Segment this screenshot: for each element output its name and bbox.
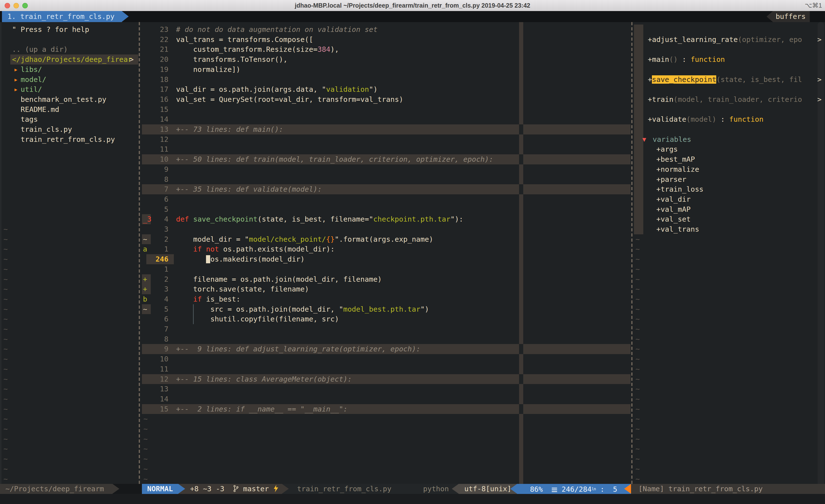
nerdtree-file-train-retr-from-cls-py[interactable]: train_retr_from_cls.py	[0, 135, 138, 145]
tagbar-item-train[interactable]: +train(model, train_loader, criterio>	[634, 94, 825, 104]
tagbar-item-adjust-learning-rate[interactable]: +adjust_learning_rate(optimizer, epo>	[634, 34, 825, 45]
nerdtree-dir-model[interactable]: ▸model/	[0, 75, 138, 85]
line-number: 9	[151, 344, 168, 354]
editor-row[interactable]: + 2 filename = os.path.join(model_dir, f…	[142, 274, 630, 284]
editor-row[interactable]: 22val_trans = transforms.Compose([	[142, 34, 630, 45]
fold-row[interactable]: 15+-- 2 lines: if __name__ == "__main__"…	[142, 404, 630, 414]
editor-row[interactable]: 8	[142, 334, 630, 344]
editor-row[interactable]: 246 os.makedirs(model_dir)	[142, 254, 630, 264]
nerdtree-updir-up-a-dir[interactable]: .. (up a dir)	[0, 45, 138, 55]
editor-panel[interactable]: 23# do not do data augmentation on valid…	[142, 22, 630, 484]
editor-row[interactable]: 16val_set = QuerySet(root=val_dir, trans…	[142, 94, 630, 104]
window-separator[interactable]	[631, 22, 632, 484]
tagbar-item-val-set[interactable]: +val_set	[634, 214, 825, 224]
fold-row[interactable]: 13+-- 73 lines: def main():	[142, 124, 630, 135]
tagbar-item-args[interactable]: +args	[634, 144, 825, 154]
editor-row[interactable]: 17val_dir = os.path.join(args.data, "val…	[142, 84, 630, 94]
editor-row[interactable]: 21 custom_transform.Resize(size=384),	[142, 45, 630, 55]
empty-line-tilde: ~	[635, 314, 825, 324]
gutter-sign: ~	[143, 234, 147, 244]
tabline: 1. train_retr_from_cls.py buffers	[0, 11, 825, 22]
empty-line-tilde: ~	[3, 324, 138, 334]
line-number: 5	[151, 304, 168, 314]
tagbar-item-val-dir[interactable]: +val_dir	[634, 194, 825, 204]
editor-row[interactable]: 11	[142, 144, 630, 154]
nerdtree-file-benchmark-on-test-py[interactable]: benchmark_on_test.py	[0, 94, 138, 104]
tagbar-item-main[interactable]: +main() : function	[634, 55, 825, 65]
tagbar-item-best-map[interactable]: +best_mAP	[634, 154, 825, 164]
editor-row[interactable]: 6 shutil.copyfile(filename, src)	[142, 314, 630, 324]
code-text: # do not do data augmentation on validat…	[176, 24, 378, 34]
tagbar-item-val-map[interactable]: +val_mAP	[634, 204, 825, 215]
editor-row[interactable]: 15	[142, 104, 630, 114]
line-number: 11	[151, 144, 168, 154]
tagbar-item-parser[interactable]: +parser	[634, 174, 825, 184]
nerdtree-file-readme-md[interactable]: README.md	[0, 104, 138, 114]
fold-row[interactable]: 10+-- 50 lines: def train(model, train_l…	[142, 154, 630, 164]
line-number: 15	[151, 404, 168, 414]
empty-line-tilde: ~	[635, 234, 825, 244]
editor-row[interactable]: a 1 if not os.path.exists(model_dir):	[142, 244, 630, 254]
scrollbar-track	[818, 22, 824, 504]
code-text: val_set = QuerySet(root=val_dir, transfo…	[176, 94, 403, 104]
editor-row[interactable]: 14	[142, 114, 630, 124]
editor-row[interactable]: 5	[142, 204, 630, 215]
line-number: 9	[151, 164, 168, 174]
editor-row[interactable]: 8	[142, 174, 630, 184]
editor-row[interactable]: 18	[142, 75, 630, 85]
editor-row[interactable]: _3 4def save_checkpoint(state, is_best, …	[142, 214, 630, 224]
editor-row[interactable]: ~ 2 model_dir = "model/check_point/{}".f…	[142, 234, 630, 244]
nerdtree-file-train-cls-py[interactable]: train_cls.py	[0, 124, 138, 135]
editor-row[interactable]: 23# do not do data augmentation on valid…	[142, 24, 630, 34]
empty-line-tilde: ~	[143, 464, 630, 474]
empty-line-tilde: ~	[3, 284, 138, 294]
editor-row[interactable]: ~ 5 src = os.path.join(model_dir, "model…	[142, 304, 630, 314]
empty-line-tilde: ~	[3, 234, 138, 244]
tagbar-section-variables[interactable]: ▼variables	[634, 135, 825, 145]
tagbar-item-validate[interactable]: +validate(model) : function	[634, 114, 825, 124]
nerdtree-status-segment: ~/Projects/deep_firearm	[0, 484, 112, 494]
code-text: shutil.copyfile(filename, src)	[176, 314, 339, 324]
editor-row[interactable]: + 3 torch.save(state, filename)	[142, 284, 630, 294]
line-number: 23	[151, 24, 168, 34]
gutter-sign: a	[143, 244, 147, 254]
tab-train-retr-from-cls[interactable]: 1. train_retr_from_cls.py	[2, 11, 122, 22]
empty-line-tilde: ~	[3, 334, 138, 344]
tagbar-item-save-checkpoint[interactable]: +save_checkpoint(state, is_best, fil>	[634, 75, 825, 85]
buffers-label[interactable]: buffers	[766, 11, 810, 22]
code-text: if not os.path.exists(model_dir):	[176, 244, 335, 254]
empty-line-tilde: ~	[3, 314, 138, 324]
editor-row[interactable]: 14	[142, 394, 630, 404]
collapsed-dir-icon: ▸	[14, 84, 18, 94]
powerline-arrow	[282, 484, 289, 494]
tagbar-item-val-trans[interactable]: +val_trans	[634, 224, 825, 234]
editor-row[interactable]: 7	[142, 324, 630, 334]
command-line[interactable]	[0, 494, 825, 504]
editor-row[interactable]: 10	[142, 354, 630, 364]
empty-line-tilde: ~	[3, 344, 138, 354]
editor-row[interactable]: b 4 if is_best:	[142, 294, 630, 304]
editor-row[interactable]: 9	[142, 164, 630, 174]
editor-row[interactable]: 3	[142, 224, 630, 234]
nerdtree-dir-libs[interactable]: ▸libs/	[0, 65, 138, 75]
editor-row[interactable]: 13	[142, 384, 630, 394]
tagbar-item-normalize[interactable]: +normalize	[634, 164, 825, 174]
nerdtree-dir-util[interactable]: ▸util/	[0, 84, 138, 94]
editor-row[interactable]: 1	[142, 264, 630, 274]
empty-line-tilde: ~	[635, 444, 825, 454]
window-separator[interactable]	[139, 22, 140, 484]
fold-row[interactable]: 9+-- 9 lines: def adjust_learning_rate(o…	[142, 344, 630, 354]
editor-row[interactable]: 6	[142, 194, 630, 204]
nerdtree-root-jdhao-projects-deep-firear[interactable]: </jdhao/Projects/deep_firear>	[0, 55, 138, 65]
editor-row[interactable]: 11	[142, 364, 630, 374]
gutter-sign: _3	[143, 214, 151, 224]
tagbar-item-train-loss[interactable]: +train_loss	[634, 184, 825, 194]
editor-row[interactable]: 20 transforms.ToTensor(),	[142, 55, 630, 65]
editor-row[interactable]: 19 normalize])	[142, 65, 630, 75]
empty-line-tilde: ~	[3, 384, 138, 394]
fold-row[interactable]: 7+-- 35 lines: def validate(model):	[142, 184, 630, 194]
fold-row[interactable]: 12+-- 15 lines: class AverageMeter(objec…	[142, 374, 630, 384]
empty-line-tilde: ~	[143, 414, 630, 424]
editor-row[interactable]: 12	[142, 135, 630, 145]
nerdtree-file-tags[interactable]: tags	[0, 114, 138, 124]
